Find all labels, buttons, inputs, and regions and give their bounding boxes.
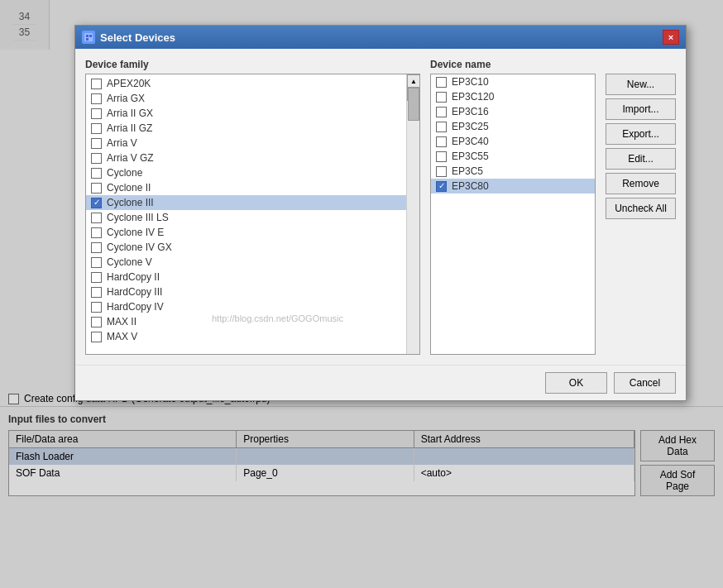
family-checkbox[interactable] bbox=[91, 108, 102, 119]
family-item-label: HardCopy II bbox=[107, 271, 160, 283]
family-list-item[interactable]: Cyclone bbox=[86, 165, 406, 180]
device-list-item[interactable]: EP3C55 bbox=[431, 149, 595, 164]
device-list-item[interactable]: EP3C80 bbox=[431, 179, 595, 194]
device-item-label: EP3C120 bbox=[452, 91, 494, 103]
device-checkbox[interactable] bbox=[436, 136, 447, 147]
device-family-scrollbar[interactable]: ▲ ▼ bbox=[406, 74, 419, 354]
device-item-label: EP3C5 bbox=[452, 165, 483, 177]
family-item-label: APEX20K bbox=[107, 78, 151, 89]
svg-rect-3 bbox=[86, 38, 89, 41]
family-list-item[interactable]: Cyclone IV GX bbox=[86, 240, 406, 255]
device-list-item[interactable]: EP3C25 bbox=[431, 119, 595, 134]
device-list-item[interactable]: EP3C10 bbox=[431, 74, 595, 89]
family-checkbox[interactable] bbox=[91, 168, 102, 179]
device-checkbox[interactable] bbox=[436, 92, 447, 103]
family-checkbox[interactable] bbox=[91, 257, 102, 268]
family-item-label: HardCopy III bbox=[107, 286, 162, 298]
family-checkbox[interactable] bbox=[91, 332, 102, 342]
device-name-list[interactable]: EP3C10EP3C120EP3C16EP3C25EP3C40EP3C55EP3… bbox=[430, 74, 596, 355]
family-list-item[interactable]: HardCopy IV bbox=[86, 299, 406, 314]
device-list-item[interactable]: EP3C120 bbox=[431, 89, 595, 104]
family-checkbox[interactable] bbox=[91, 153, 102, 164]
family-checkbox[interactable] bbox=[91, 227, 102, 238]
select-devices-dialog: Select Devices × Device family APEX20KAr… bbox=[74, 25, 687, 401]
device-checkbox[interactable] bbox=[436, 107, 447, 117]
family-item-label: Cyclone II bbox=[107, 182, 151, 194]
dialog-title: Select Devices bbox=[82, 31, 175, 44]
family-item-label: MAX II bbox=[107, 316, 136, 327]
family-checkbox[interactable] bbox=[91, 183, 102, 194]
family-list-item[interactable]: APEX20K bbox=[86, 76, 406, 91]
family-list-item[interactable]: Arria V GZ bbox=[86, 151, 406, 165]
dialog-body: Device family APEX20KArria GXArria II GX… bbox=[75, 49, 686, 365]
family-checkbox[interactable] bbox=[91, 287, 102, 298]
family-list-item[interactable]: Arria GX bbox=[86, 91, 406, 106]
right-buttons: New... Import... Export... Edit... Remov… bbox=[606, 59, 676, 355]
device-checkbox[interactable] bbox=[436, 181, 447, 192]
edit-button[interactable]: Edit... bbox=[606, 148, 676, 170]
family-list-item[interactable]: HardCopy III bbox=[86, 284, 406, 299]
dialog-footer: OK Cancel bbox=[75, 365, 686, 400]
family-item-label: MAX V bbox=[107, 331, 137, 342]
device-family-list-container: APEX20KArria GXArria II GXArria II GZArr… bbox=[85, 74, 420, 355]
family-checkbox[interactable] bbox=[91, 242, 102, 253]
device-family-panel: Device family APEX20KArria GXArria II GX… bbox=[85, 59, 420, 355]
device-item-label: EP3C55 bbox=[452, 151, 489, 162]
device-item-label: EP3C10 bbox=[452, 76, 489, 88]
family-list-item[interactable]: Cyclone II bbox=[86, 180, 406, 195]
family-list-item[interactable]: Cyclone III bbox=[86, 195, 406, 210]
ok-button[interactable]: OK bbox=[545, 372, 607, 394]
family-checkbox[interactable] bbox=[91, 198, 102, 208]
import-button[interactable]: Import... bbox=[606, 98, 676, 120]
device-item-label: EP3C16 bbox=[452, 106, 489, 117]
family-checkbox[interactable] bbox=[91, 79, 102, 89]
family-list-item[interactable]: MAX V bbox=[86, 329, 406, 344]
family-checkbox[interactable] bbox=[91, 93, 102, 104]
device-checkbox[interactable] bbox=[436, 151, 447, 162]
family-item-label: Cyclone bbox=[107, 167, 142, 179]
device-checkbox[interactable] bbox=[436, 122, 447, 132]
device-checkbox[interactable] bbox=[436, 77, 447, 88]
cancel-button[interactable]: Cancel bbox=[614, 372, 676, 394]
family-item-label: Cyclone V bbox=[107, 256, 152, 268]
device-list-item[interactable]: EP3C5 bbox=[431, 164, 595, 179]
close-button[interactable]: × bbox=[663, 30, 679, 45]
family-item-label: Arria GX bbox=[107, 93, 145, 104]
family-item-label: Cyclone III LS bbox=[107, 212, 169, 223]
family-checkbox[interactable] bbox=[91, 213, 102, 223]
family-list-item[interactable]: Arria V bbox=[86, 136, 406, 151]
device-name-panel: Device name EP3C10EP3C120EP3C16EP3C25EP3… bbox=[430, 59, 596, 355]
family-checkbox[interactable] bbox=[91, 138, 102, 149]
family-checkbox[interactable] bbox=[91, 317, 102, 327]
family-list-item[interactable]: Arria II GZ bbox=[86, 121, 406, 136]
device-list-item[interactable]: EP3C40 bbox=[431, 134, 595, 149]
family-list-item[interactable]: Cyclone IV E bbox=[86, 225, 406, 240]
family-checkbox[interactable] bbox=[91, 302, 102, 313]
remove-button[interactable]: Remove bbox=[606, 173, 676, 194]
family-list-item[interactable]: HardCopy II bbox=[86, 270, 406, 284]
device-list-item[interactable]: EP3C16 bbox=[431, 104, 595, 119]
family-list-item[interactable]: Arria II GX bbox=[86, 106, 406, 121]
family-item-label: Cyclone IV E bbox=[107, 227, 164, 238]
family-item-label: Arria V GZ bbox=[107, 152, 154, 164]
export-button[interactable]: Export... bbox=[606, 123, 676, 145]
device-item-label: EP3C40 bbox=[452, 136, 489, 147]
family-list-item[interactable]: MAX II bbox=[86, 314, 406, 329]
scrollbar-thumb[interactable] bbox=[408, 88, 419, 121]
family-list-item[interactable]: Cyclone V bbox=[86, 255, 406, 270]
svg-rect-1 bbox=[86, 35, 89, 37]
device-checkbox[interactable] bbox=[436, 166, 447, 177]
family-checkbox[interactable] bbox=[91, 123, 102, 134]
family-item-label: Arria II GX bbox=[107, 108, 153, 119]
family-list-item[interactable]: Cyclone III LS bbox=[86, 210, 406, 225]
device-family-list[interactable]: APEX20KArria GXArria II GXArria II GZArr… bbox=[86, 74, 406, 354]
family-checkbox[interactable] bbox=[91, 272, 102, 283]
device-item-label: EP3C80 bbox=[452, 180, 489, 192]
uncheck-all-button[interactable]: Uncheck All bbox=[606, 198, 676, 219]
device-name-header: Device name bbox=[430, 59, 596, 70]
new-button[interactable]: New... bbox=[606, 74, 676, 95]
family-item-label: Cyclone III bbox=[107, 197, 154, 208]
scrollbar-up-arrow[interactable]: ▲ bbox=[407, 74, 420, 88]
device-family-header: Device family bbox=[85, 59, 420, 70]
dialog-titlebar: Select Devices × bbox=[75, 26, 686, 49]
